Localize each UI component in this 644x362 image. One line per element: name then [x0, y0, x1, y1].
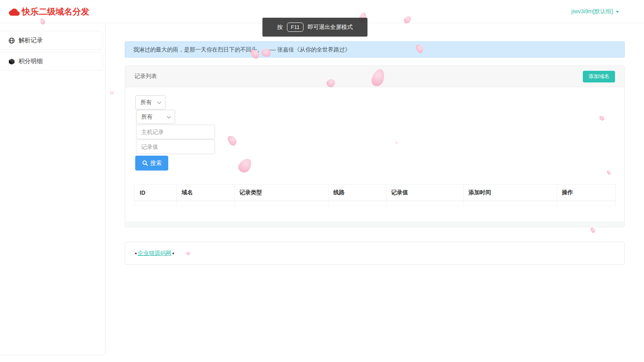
f11-keycap: F11 [287, 23, 303, 32]
search-icon [142, 160, 148, 166]
panel-body: 所有 所有 搜索 [125, 87, 624, 206]
panel-title: 记录列表 [134, 73, 157, 80]
chevron-down-icon [157, 100, 161, 104]
toast-prefix: 按 [277, 24, 283, 31]
record-value-input[interactable] [136, 140, 215, 154]
globe-icon [8, 37, 15, 44]
footer-bullet: • [172, 250, 174, 257]
chevron-down-icon [167, 115, 171, 119]
col-header-id: ID [135, 185, 177, 201]
col-header-line: 线路 [328, 185, 386, 201]
petal [109, 90, 114, 95]
sidebar-item-label: 积分明细 [19, 58, 43, 65]
cube-icon [8, 58, 15, 65]
record-type-select[interactable]: 所有 [135, 95, 165, 109]
add-domain-button[interactable]: 添加域名 [583, 71, 615, 82]
panel-header: 记录列表 添加域名 [125, 66, 624, 87]
col-header-action: 操作 [557, 185, 616, 201]
sidebar-item-points-detail[interactable]: 积分明细 [0, 52, 103, 71]
chevron-down-icon [616, 11, 619, 13]
record-list-panel: 记录列表 添加域名 所有 所有 搜索 [125, 66, 625, 227]
col-header-type: 记录类型 [235, 185, 328, 201]
sidebar-item-label: 解析记录 [19, 37, 43, 44]
record-type-select-value: 所有 [140, 99, 152, 105]
line-select-value: 所有 [141, 113, 153, 120]
panel-footer-strip [125, 222, 624, 227]
footer-card: •企业猫源码网• [125, 242, 625, 265]
records-table: ID 域名 记录类型 线路 记录值 添加时间 操作 [134, 184, 616, 206]
host-record-input[interactable] [136, 125, 215, 139]
brand-title: 快乐二级域名分发 [22, 6, 89, 17]
sidebar-item-resolution-records[interactable]: 解析记录 [0, 31, 103, 50]
table-header-row: ID 域名 记录类型 线路 记录值 添加时间 操作 [135, 185, 616, 201]
col-header-domain: 域名 [177, 185, 235, 201]
quote-text: 我淋过的最大的雨，是那一天你在烈日下的不回头。 —— 张嘉佳《从你的全世界路过》 [133, 46, 351, 53]
col-header-time: 添加时间 [464, 185, 557, 201]
sidebar: 解析记录 积分明细 [0, 23, 105, 355]
filter-bar: 所有 所有 搜索 [135, 95, 624, 171]
fullscreen-exit-toast: 按 F11 即可退出全屏模式 [262, 18, 367, 37]
footer-bullet: • [135, 250, 137, 257]
petal [590, 227, 596, 234]
user-name: jiwv3i9m[默认组] [572, 8, 613, 15]
search-button-label: 搜索 [151, 160, 162, 167]
search-button[interactable]: 搜索 [135, 156, 168, 171]
brand-logo[interactable]: 快乐二级域名分发 [9, 0, 89, 23]
col-header-value: 记录值 [386, 185, 464, 201]
empty-table-row [135, 201, 616, 206]
toast-suffix: 即可退出全屏模式 [308, 24, 353, 31]
cloud-icon [9, 8, 20, 16]
quote-alert: 我淋过的最大的雨，是那一天你在烈日下的不回头。 —— 张嘉佳《从你的全世界路过》 [125, 41, 625, 58]
user-dropdown[interactable]: jiwv3i9m[默认组] [572, 0, 619, 23]
line-select[interactable]: 所有 [136, 110, 175, 124]
footer-source-link[interactable]: 企业猫源码网 [138, 250, 171, 257]
